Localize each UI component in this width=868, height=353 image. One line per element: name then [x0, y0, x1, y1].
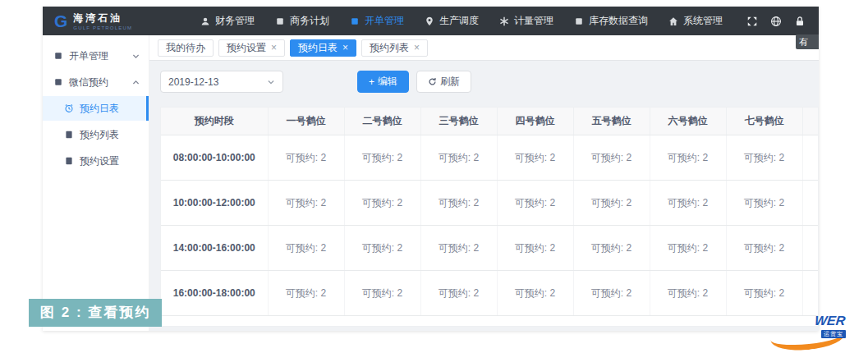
gulf-logo-icon: G [54, 12, 67, 30]
column-header: 六号鹤位 [650, 108, 726, 135]
column-header [802, 108, 819, 135]
availability-cell[interactable]: 可预约: 2 [268, 271, 344, 316]
tab-booking-settings[interactable]: 预约设置× [218, 39, 285, 57]
navbar-item-label: 财务管理 [215, 14, 255, 28]
availability-cell[interactable]: 可预约: 2 [420, 271, 497, 316]
availability-cell[interactable]: 可预约: 2 [344, 135, 420, 181]
top-navbar: G 海湾石油 GULF PETROLEUM 财务管理商务计划开单管理生产调度计量… [43, 7, 819, 35]
availability-cell [802, 181, 819, 226]
map-pin-icon [425, 16, 434, 26]
refresh-button-label: 刷新 [440, 75, 460, 89]
availability-cell[interactable]: 可预约: 2 [573, 135, 650, 181]
navbar-item-label: 开单管理 [365, 14, 404, 28]
availability-cell[interactable]: 可预约: 2 [726, 181, 802, 226]
tab-label: 预约日表 [298, 41, 338, 55]
sidebar-item-billing[interactable]: 开单管理 [43, 44, 149, 68]
globe-icon[interactable] [770, 16, 782, 27]
square-icon [350, 16, 360, 26]
refresh-button[interactable]: 刷新 [416, 71, 471, 93]
brand-text: 海湾石油 GULF PETROLEUM [73, 11, 132, 30]
sidebar-item-wechat-booking[interactable]: 微信预约 [43, 70, 149, 94]
table-header-row: 预约时段一号鹤位二号鹤位三号鹤位四号鹤位五号鹤位六号鹤位七号鹤位 [161, 108, 819, 135]
sidebar-item-label: 预约设置 [80, 154, 119, 168]
availability-cell[interactable]: 可预约: 2 [420, 226, 497, 271]
navbar-item-metering[interactable]: 计量管理 [499, 14, 553, 28]
availability-cell[interactable]: 可预约: 2 [420, 135, 497, 181]
availability-cell[interactable]: 可预约: 2 [268, 226, 344, 271]
lock-icon[interactable] [794, 16, 806, 27]
column-header: 二号鹤位 [344, 108, 420, 135]
availability-cell[interactable]: 可预约: 2 [497, 271, 573, 316]
plus-icon: + [369, 76, 374, 88]
column-header: 一号鹤位 [268, 108, 344, 135]
square-icon [53, 51, 63, 61]
close-icon[interactable]: × [342, 43, 348, 53]
availability-cell [802, 226, 819, 271]
navbar-item-finance[interactable]: 财务管理 [200, 14, 255, 28]
availability-cell[interactable]: 可预约: 2 [573, 271, 650, 316]
content-area: 2019-12-13 + 编辑 [149, 61, 819, 331]
navbar-right-icons [746, 16, 806, 27]
fullscreen-icon[interactable] [746, 16, 758, 27]
availability-cell[interactable]: 可预约: 2 [268, 181, 344, 226]
sidebar-item-booking-daily[interactable]: 预约日表 [43, 96, 149, 121]
edit-button[interactable]: + 编辑 [357, 71, 409, 93]
navbar-item-business-plan[interactable]: 商务计划 [275, 14, 329, 28]
availability-cell[interactable]: 可预约: 2 [726, 226, 802, 271]
date-select-value: 2019-12-13 [168, 76, 218, 88]
sidebar-item-booking-list[interactable]: 预约列表 [43, 122, 149, 147]
availability-cell[interactable]: 可预约: 2 [268, 135, 344, 181]
availability-cell[interactable]: 可预约: 2 [650, 226, 726, 271]
availability-cell[interactable]: 可预约: 2 [497, 135, 573, 181]
navbar-item-system[interactable]: 系统管理 [668, 14, 723, 28]
chevron-down-icon [131, 52, 140, 61]
tab-booking-list[interactable]: 预约列表× [361, 39, 428, 57]
sidebar-item-booking-settings[interactable]: 预约设置 [43, 149, 149, 173]
availability-cell[interactable]: 可预约: 2 [344, 181, 420, 226]
availability-cell[interactable]: 可预约: 2 [573, 181, 650, 226]
page: G 海湾石油 GULF PETROLEUM 财务管理商务计划开单管理生产调度计量… [0, 0, 868, 353]
column-header: 五号鹤位 [573, 108, 650, 135]
booking-table-card: 预约时段一号鹤位二号鹤位三号鹤位四号鹤位五号鹤位六号鹤位七号鹤位08:00:00… [160, 107, 819, 327]
tab-my-todo[interactable]: 我的待办 [158, 39, 214, 57]
time-slot-cell: 10:00:00-12:00:00 [161, 181, 268, 226]
table-row: 14:00:00-16:00:00可预约: 2可预约: 2可预约: 2可预约: … [161, 226, 819, 271]
navbar-tooltip: 有 [796, 34, 819, 49]
availability-cell[interactable]: 可预约: 2 [344, 226, 420, 271]
navbar-item-label: 系统管理 [683, 14, 723, 28]
square-icon [275, 16, 285, 26]
figure-caption: 图 2 : 查看预约 [29, 299, 162, 327]
navbar-item-production-dispatch[interactable]: 生产调度 [425, 14, 479, 28]
clock-icon [64, 103, 74, 113]
app-body: 开单管理微信预约预约日表预约列表预约设置 我的待办预约设置×预约日表×预约列表×… [43, 35, 819, 331]
tab-label: 预约设置 [227, 41, 266, 55]
square-icon [574, 16, 584, 26]
availability-cell[interactable]: 可预约: 2 [726, 135, 802, 181]
navbar-tooltip-text: 有 [799, 37, 808, 47]
close-icon[interactable]: × [414, 43, 420, 53]
table-row: 08:00:00-10:00:00可预约: 2可预约: 2可预约: 2可预约: … [161, 135, 819, 181]
availability-cell[interactable]: 可预约: 2 [344, 271, 420, 316]
table-row: 16:00:00-18:00:00可预约: 2可预约: 2可预约: 2可预约: … [161, 271, 819, 316]
brand-name: 海湾石油 [73, 11, 132, 25]
navbar-menu: 财务管理商务计划开单管理生产调度计量管理库存数据查询系统管理 [200, 14, 746, 28]
navbar-item-inventory-query[interactable]: 库存数据查询 [574, 14, 648, 28]
chevron-down-icon [267, 78, 275, 86]
close-icon[interactable]: × [271, 43, 277, 53]
availability-cell[interactable]: 可预约: 2 [573, 226, 650, 271]
availability-cell[interactable]: 可预约: 2 [497, 226, 573, 271]
date-select[interactable]: 2019-12-13 [160, 71, 283, 93]
availability-cell[interactable]: 可预约: 2 [650, 135, 726, 181]
availability-cell[interactable]: 可预约: 2 [650, 271, 726, 316]
sidebar-item-label: 微信预约 [69, 76, 108, 89]
navbar-item-billing[interactable]: 开单管理 [350, 14, 404, 28]
availability-cell[interactable]: 可预约: 2 [497, 181, 573, 226]
availability-cell[interactable]: 可预约: 2 [650, 181, 726, 226]
availability-cell[interactable]: 可预约: 2 [420, 181, 497, 226]
tab-booking-daily[interactable]: 预约日表× [290, 39, 356, 57]
brand-subtitle: GULF PETROLEUM [73, 25, 132, 30]
time-slot-cell: 16:00:00-18:00:00 [161, 271, 268, 316]
logo-badge: 运货宝 [821, 330, 846, 338]
home-icon [668, 16, 678, 26]
main-area: 我的待办预约设置×预约日表×预约列表× 2019-12-13 + 编辑 [149, 35, 819, 331]
